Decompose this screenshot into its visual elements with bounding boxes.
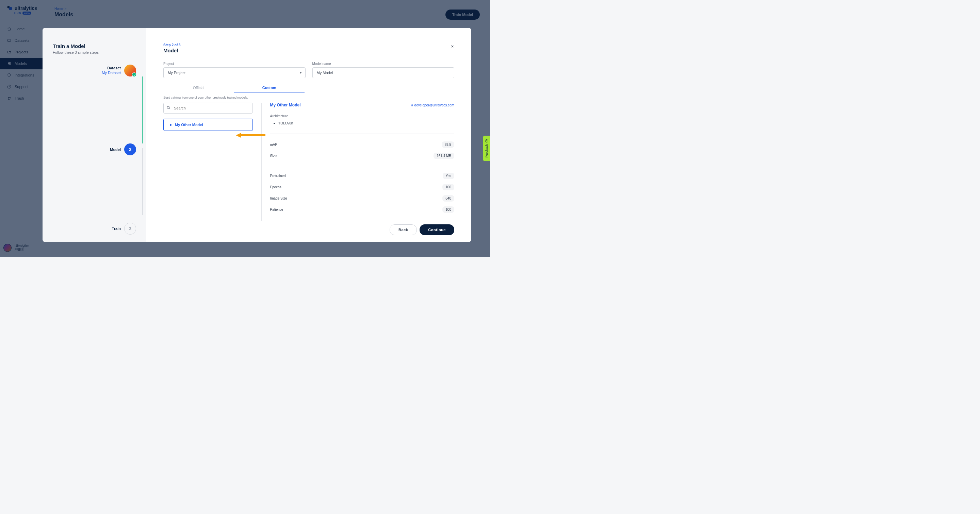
arrow-head-icon — [236, 133, 241, 138]
project-label: Project — [163, 62, 305, 66]
modal-content: Step 2 of 3 Model Project My Project ▼ M… — [146, 28, 471, 242]
close-icon — [450, 44, 454, 48]
divider — [270, 133, 455, 134]
metric-label: Size — [270, 154, 277, 158]
smile-icon — [485, 140, 488, 143]
step-label: Dataset — [102, 66, 121, 70]
divider — [270, 165, 455, 165]
detail-title: My Other Model — [270, 103, 301, 108]
param-row: Image Size 640 — [270, 193, 455, 204]
helper-text: Start training from one of your other pr… — [163, 96, 454, 99]
param-row: Patience 100 — [270, 204, 455, 215]
step-train[interactable]: Train 3 — [53, 223, 136, 235]
param-label: Image Size — [270, 197, 287, 200]
metric-row: Size 161.4 MB — [270, 150, 455, 162]
svg-point-8 — [167, 106, 169, 108]
step-label: Train — [112, 227, 121, 230]
detail-header: My Other Model developer@ultralytics.com — [270, 103, 455, 108]
close-button[interactable] — [450, 44, 454, 49]
step-dataset[interactable]: Dataset My Dataset — [53, 65, 136, 76]
param-label: Patience — [270, 208, 283, 211]
bullet-icon — [274, 123, 275, 124]
wizard-title: Train a Model — [53, 43, 136, 49]
step-circle-done — [124, 65, 136, 76]
wizard-sidebar: Train a Model Follow these 3 simple step… — [43, 28, 146, 242]
form-row: Project My Project ▼ Model name — [163, 62, 454, 78]
back-button[interactable]: Back — [390, 224, 417, 235]
arrow-annotation — [236, 133, 266, 138]
arrow-line — [241, 134, 266, 136]
content-columns: My Other Model My Other Model developer@… — [163, 103, 454, 221]
metric-value: 161.4 MB — [434, 152, 454, 159]
search-input[interactable] — [163, 103, 253, 114]
feedback-label: Feedback — [485, 144, 488, 158]
owner-email: developer@ultralytics.com — [414, 103, 454, 107]
model-list-column: My Other Model — [163, 103, 253, 221]
step-model[interactable]: Model 2 — [53, 143, 136, 155]
param-value: 100 — [442, 206, 454, 213]
tab-custom[interactable]: Custom — [234, 83, 305, 92]
step-circle-pending: 3 — [124, 223, 136, 235]
step-sublabel: My Dataset — [102, 71, 121, 75]
model-name-group: Model name — [312, 62, 455, 78]
model-name-input[interactable] — [312, 67, 455, 78]
param-value: 100 — [442, 184, 454, 190]
model-item-name: My Other Model — [175, 123, 203, 127]
arch-item: YOLOv8n — [274, 121, 455, 125]
tab-official[interactable]: Official — [163, 83, 234, 92]
arch-label: Architecture — [270, 114, 455, 118]
model-details-column: My Other Model developer@ultralytics.com… — [261, 103, 455, 221]
continue-button[interactable]: Continue — [420, 224, 454, 235]
metric-value: 89.5 — [442, 141, 454, 148]
svg-point-10 — [485, 140, 488, 143]
project-select[interactable]: My Project — [163, 67, 305, 78]
param-label: Pretrained — [270, 174, 286, 178]
model-list-item[interactable]: My Other Model — [163, 119, 253, 131]
param-value: 640 — [442, 195, 454, 201]
step-line-2 — [142, 148, 143, 215]
step-line-1 — [142, 76, 143, 144]
check-icon — [134, 74, 136, 76]
bullet-icon — [170, 124, 172, 126]
user-icon — [411, 104, 414, 106]
modal-footer: Back Continue — [163, 221, 454, 235]
section-title: Model — [163, 48, 454, 53]
step-circle-active: 2 — [124, 143, 136, 155]
search-box — [163, 103, 253, 114]
metric-row: mAP 89.5 — [270, 139, 455, 150]
arch-value: YOLOv8n — [278, 121, 293, 125]
model-name-label: Model name — [312, 62, 455, 66]
param-row: Pretrained Yes — [270, 170, 455, 181]
svg-point-9 — [411, 104, 412, 105]
project-group: Project My Project ▼ — [163, 62, 305, 78]
feedback-tab[interactable]: Feedback — [483, 136, 490, 161]
param-value: Yes — [443, 173, 454, 179]
step-indicator: Dataset My Dataset Model 2 Train 3 — [53, 65, 136, 235]
param-row: Epochs 100 — [270, 181, 455, 193]
metric-label: mAP — [270, 143, 278, 146]
detail-owner: developer@ultralytics.com — [411, 103, 454, 107]
step-indicator-text: Step 2 of 3 — [163, 43, 454, 47]
train-model-modal: Train a Model Follow these 3 simple step… — [43, 28, 471, 242]
param-label: Epochs — [270, 185, 282, 189]
step-label: Model — [110, 148, 121, 152]
wizard-subtitle: Follow these 3 simple steps — [53, 50, 136, 54]
tabs: Official Custom — [163, 83, 305, 92]
search-icon — [167, 106, 170, 111]
